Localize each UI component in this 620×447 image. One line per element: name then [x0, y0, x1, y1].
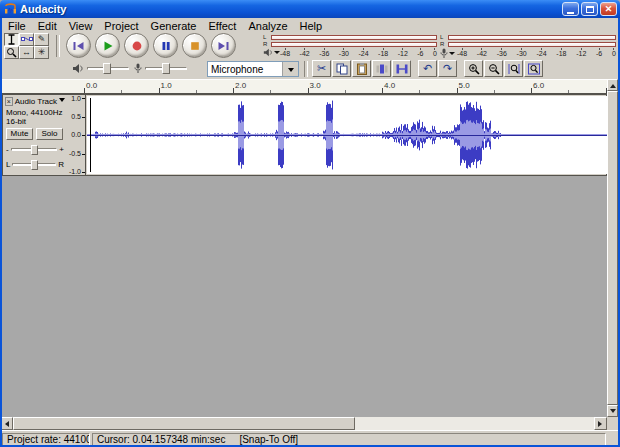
mute-button[interactable]: Mute [6, 128, 33, 140]
silence-icon [396, 63, 408, 75]
meter-scale-label: -18 [378, 48, 388, 57]
pause-button[interactable] [153, 33, 178, 58]
selection-tool-button[interactable] [4, 33, 19, 46]
timeline-ruler[interactable]: 0.01.02.03.04.05.06.07.0 [0, 79, 607, 94]
silence-button[interactable] [392, 60, 411, 77]
horizontal-scrollbar[interactable] [0, 417, 607, 430]
redo-icon: ↷ [443, 63, 452, 74]
output-meter-menu[interactable] [263, 48, 280, 57]
zoom-in-button[interactable] [464, 60, 483, 77]
pan-slider[interactable]: L R [6, 158, 64, 170]
multi-tool-icon: ✳ [38, 48, 46, 57]
tools-toolbar: ✎ ↔ ✳ [4, 33, 50, 59]
zoom-in-icon [468, 63, 480, 75]
slider-thumb[interactable] [103, 63, 111, 74]
vscale-label: 1.0 [71, 95, 81, 102]
skip-to-end-button[interactable] [211, 33, 236, 58]
menu-help[interactable]: Help [294, 19, 329, 33]
zoom-tool-button[interactable] [4, 46, 19, 59]
menu-file[interactable]: File [2, 19, 32, 33]
edit-toolbar: ✂ ↶ ↷ [312, 60, 543, 77]
pan-thumb[interactable] [31, 160, 38, 170]
ruler-minor-tick [196, 90, 197, 93]
waveform-canvas[interactable] [87, 96, 608, 174]
scroll-up-button[interactable] [607, 79, 618, 91]
combo-dropdown-button[interactable] [282, 62, 298, 76]
stop-icon [189, 40, 201, 52]
zoom-out-button[interactable] [484, 60, 503, 77]
ruler-major-tick [308, 88, 309, 93]
play-button[interactable] [95, 33, 120, 58]
record-button[interactable] [124, 33, 149, 58]
undo-button[interactable]: ↶ [418, 60, 437, 77]
copy-button[interactable] [332, 60, 351, 77]
pencil-icon: ✎ [38, 35, 46, 44]
horizontal-scroll-thumb[interactable] [13, 417, 355, 430]
slider-groove [12, 163, 56, 166]
track-menu-dropdown-icon[interactable] [59, 98, 65, 105]
draw-tool-button[interactable]: ✎ [34, 33, 49, 46]
meter-scale-label: -6 [417, 48, 423, 57]
menu-effect[interactable]: Effect [202, 19, 242, 33]
ruler-minor-tick [345, 90, 346, 93]
scroll-down-button[interactable] [607, 405, 618, 417]
meter-channel-label: R [440, 41, 448, 48]
gain-slider[interactable]: - + [6, 143, 64, 155]
skip-to-start-button[interactable] [66, 33, 91, 58]
track-close-button[interactable]: × [5, 97, 13, 106]
gain-min-label: - [6, 145, 9, 154]
meter-scale-label: -24 [536, 48, 546, 57]
input-meter-menu[interactable] [440, 48, 457, 58]
fit-project-button[interactable] [524, 60, 543, 77]
maximize-button[interactable] [581, 2, 598, 16]
vertical-scale-ruler[interactable]: 1.00.50.0-0.5-1.0 [67, 95, 86, 175]
vscale-tick [82, 172, 85, 173]
menu-edit[interactable]: Edit [32, 19, 63, 33]
solo-button[interactable]: Solo [36, 128, 63, 140]
input-source-select[interactable]: Microphone [207, 61, 299, 77]
meter-scale-label: -48 [457, 48, 467, 57]
microphone-icon [440, 48, 448, 58]
menu-view[interactable]: View [63, 19, 99, 33]
ibeam-icon [7, 34, 16, 45]
fit-selection-icon [508, 63, 520, 75]
meter-scale-label: -48 [280, 48, 290, 57]
input-meter-bar-right [448, 42, 616, 47]
title-bar[interactable]: Audacity ✕ [0, 0, 620, 18]
cut-button[interactable]: ✂ [312, 60, 331, 77]
minimize-button[interactable] [562, 2, 579, 16]
input-volume-slider[interactable] [145, 62, 187, 75]
redo-button[interactable]: ↷ [438, 60, 457, 77]
menu-project[interactable]: Project [98, 19, 144, 33]
track-control-panel[interactable]: × Audio Track Mono, 44100Hz 16-bit Mute … [3, 95, 67, 175]
slider-thumb[interactable] [162, 63, 170, 74]
output-volume-slider[interactable] [87, 62, 129, 75]
scroll-right-button[interactable] [594, 417, 607, 430]
scissors-icon: ✂ [317, 63, 326, 74]
close-button[interactable]: ✕ [600, 2, 617, 16]
menu-generate[interactable]: Generate [145, 19, 203, 33]
meter-scale-label: -12 [398, 48, 408, 57]
menu-analyze[interactable]: Analyze [242, 19, 293, 33]
stop-button[interactable] [182, 33, 207, 58]
ruler-minor-tick [121, 90, 122, 93]
envelope-tool-button[interactable] [19, 33, 34, 46]
input-volume-icon [134, 63, 142, 73]
trim-button[interactable] [372, 60, 391, 77]
toolbar-separator [304, 61, 308, 77]
vertical-scrollbar[interactable] [607, 79, 618, 417]
time-shift-tool-button[interactable]: ↔ [19, 46, 34, 59]
pause-icon [160, 40, 172, 52]
close-icon: ✕ [605, 4, 613, 14]
output-meter[interactable]: L R -48-42-36-30-24-18-12-60 [263, 34, 437, 58]
gain-thumb[interactable] [31, 145, 38, 155]
main-toolbar: ✎ ↔ ✳ [2, 33, 618, 60]
paste-button[interactable] [352, 60, 371, 77]
fit-selection-button[interactable] [504, 60, 523, 77]
copy-icon [336, 63, 348, 75]
timeline-label: 2.0 [235, 81, 246, 90]
input-meter[interactable]: L R -48-42-36-30-24-18-12-60 [440, 34, 616, 58]
multi-tool-button[interactable]: ✳ [34, 46, 49, 59]
vertical-scroll-thumb[interactable] [607, 91, 618, 405]
timeline-label: 4.0 [384, 81, 395, 90]
